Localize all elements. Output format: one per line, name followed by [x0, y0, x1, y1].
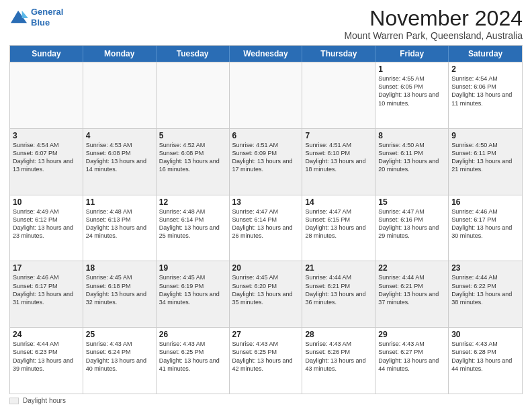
cell-text: Sunrise: 4:43 AM Sunset: 6:25 PM Dayligh…: [159, 340, 226, 373]
day-number: 20: [232, 263, 300, 273]
logo-text: General Blue: [31, 7, 63, 28]
cal-header-cell: Saturday: [449, 46, 522, 62]
day-number: 23: [451, 263, 519, 273]
cal-cell: 30Sunrise: 4:43 AM Sunset: 6:28 PM Dayli…: [449, 328, 522, 394]
cell-text: Sunrise: 4:51 AM Sunset: 6:10 PM Dayligh…: [305, 141, 372, 174]
cell-text: Sunrise: 4:43 AM Sunset: 6:28 PM Dayligh…: [451, 340, 519, 373]
day-number: 21: [305, 263, 372, 273]
title-block: November 2024 Mount Warren Park, Queensl…: [344, 7, 523, 41]
day-number: 15: [378, 197, 445, 207]
day-number: 10: [13, 197, 80, 207]
cell-text: Sunrise: 4:53 AM Sunset: 6:08 PM Dayligh…: [86, 141, 153, 174]
cal-cell: [302, 62, 375, 128]
cell-text: Sunrise: 4:54 AM Sunset: 6:07 PM Dayligh…: [13, 141, 80, 174]
cell-text: Sunrise: 4:45 AM Sunset: 6:19 PM Dayligh…: [159, 273, 226, 306]
cal-cell: 7Sunrise: 4:51 AM Sunset: 6:10 PM Daylig…: [302, 129, 375, 195]
day-number: 27: [232, 330, 300, 339]
cell-text: Sunrise: 4:44 AM Sunset: 6:22 PM Dayligh…: [451, 273, 519, 306]
day-number: 25: [86, 330, 153, 339]
calendar: SundayMondayTuesdayWednesdayThursdayFrid…: [9, 45, 523, 394]
cell-text: Sunrise: 4:54 AM Sunset: 6:06 PM Dayligh…: [451, 75, 519, 107]
day-number: 2: [451, 64, 519, 74]
day-number: 3: [13, 131, 80, 140]
location: Mount Warren Park, Queensland, Australia: [344, 30, 523, 41]
day-number: 19: [159, 263, 226, 273]
cal-cell: [230, 62, 303, 128]
day-number: 12: [159, 197, 226, 207]
day-number: 14: [305, 197, 372, 207]
logo-line2: Blue: [31, 17, 50, 28]
cal-cell: 21Sunrise: 4:44 AM Sunset: 6:21 PM Dayli…: [302, 261, 375, 327]
cell-text: Sunrise: 4:45 AM Sunset: 6:20 PM Dayligh…: [232, 273, 300, 306]
cell-text: Sunrise: 4:49 AM Sunset: 6:12 PM Dayligh…: [13, 208, 80, 240]
cal-header-cell: Sunday: [10, 46, 83, 62]
cal-cell: [157, 62, 230, 128]
day-number: 29: [378, 330, 445, 339]
cal-cell: 22Sunrise: 4:44 AM Sunset: 6:21 PM Dayli…: [375, 261, 449, 327]
cell-text: Sunrise: 4:48 AM Sunset: 6:14 PM Dayligh…: [159, 208, 226, 240]
day-number: 16: [451, 197, 519, 207]
cal-row: 1Sunrise: 4:55 AM Sunset: 6:05 PM Daylig…: [10, 62, 522, 128]
cell-text: Sunrise: 4:47 AM Sunset: 6:16 PM Dayligh…: [378, 208, 445, 240]
cell-text: Sunrise: 4:44 AM Sunset: 6:23 PM Dayligh…: [13, 340, 80, 373]
day-number: 4: [86, 131, 153, 140]
cal-cell: 5Sunrise: 4:52 AM Sunset: 6:08 PM Daylig…: [157, 129, 230, 195]
cal-cell: 24Sunrise: 4:44 AM Sunset: 6:23 PM Dayli…: [10, 328, 83, 394]
logo-icon: [9, 9, 28, 26]
day-number: 7: [305, 131, 372, 140]
day-number: 6: [232, 131, 300, 140]
calendar-body: 1Sunrise: 4:55 AM Sunset: 6:05 PM Daylig…: [10, 62, 522, 394]
cal-cell: 1Sunrise: 4:55 AM Sunset: 6:05 PM Daylig…: [375, 62, 449, 128]
cal-row: 24Sunrise: 4:44 AM Sunset: 6:23 PM Dayli…: [10, 327, 522, 394]
cal-header-cell: Monday: [83, 46, 157, 62]
cal-cell: 8Sunrise: 4:50 AM Sunset: 6:11 PM Daylig…: [375, 129, 449, 195]
cal-cell: 14Sunrise: 4:47 AM Sunset: 6:15 PM Dayli…: [302, 195, 375, 261]
month-title: November 2024: [344, 7, 523, 30]
cal-row: 10Sunrise: 4:49 AM Sunset: 6:12 PM Dayli…: [10, 195, 522, 261]
logo-line1: General: [31, 7, 63, 17]
cal-cell: 12Sunrise: 4:48 AM Sunset: 6:14 PM Dayli…: [157, 195, 230, 261]
cal-cell: 15Sunrise: 4:47 AM Sunset: 6:16 PM Dayli…: [375, 195, 449, 261]
cal-cell: 9Sunrise: 4:50 AM Sunset: 6:11 PM Daylig…: [449, 129, 522, 195]
day-number: 9: [451, 131, 519, 140]
cal-cell: 27Sunrise: 4:43 AM Sunset: 6:25 PM Dayli…: [230, 328, 303, 394]
legend-box: [9, 398, 19, 404]
cal-cell: 2Sunrise: 4:54 AM Sunset: 6:06 PM Daylig…: [449, 62, 522, 128]
cal-cell: 13Sunrise: 4:47 AM Sunset: 6:14 PM Dayli…: [230, 195, 303, 261]
header: General Blue November 2024 Mount Warren …: [9, 7, 523, 41]
cell-text: Sunrise: 4:43 AM Sunset: 6:24 PM Dayligh…: [86, 340, 153, 373]
cal-cell: 25Sunrise: 4:43 AM Sunset: 6:24 PM Dayli…: [83, 328, 157, 394]
day-number: 30: [451, 330, 519, 339]
cal-cell: 19Sunrise: 4:45 AM Sunset: 6:19 PM Dayli…: [157, 261, 230, 327]
cell-text: Sunrise: 4:55 AM Sunset: 6:05 PM Dayligh…: [378, 75, 445, 107]
day-number: 1: [378, 64, 445, 74]
legend-label: Daylight hours: [23, 397, 66, 404]
cal-cell: 26Sunrise: 4:43 AM Sunset: 6:25 PM Dayli…: [157, 328, 230, 394]
cell-text: Sunrise: 4:52 AM Sunset: 6:08 PM Dayligh…: [159, 141, 226, 174]
cell-text: Sunrise: 4:47 AM Sunset: 6:14 PM Dayligh…: [232, 208, 300, 240]
day-number: 17: [13, 263, 80, 273]
legend: Daylight hours: [9, 397, 523, 404]
cal-cell: 10Sunrise: 4:49 AM Sunset: 6:12 PM Dayli…: [10, 195, 83, 261]
page: General Blue November 2024 Mount Warren …: [0, 0, 532, 411]
cell-text: Sunrise: 4:46 AM Sunset: 6:17 PM Dayligh…: [13, 273, 80, 306]
day-number: 13: [232, 197, 300, 207]
cell-text: Sunrise: 4:46 AM Sunset: 6:17 PM Dayligh…: [451, 208, 519, 240]
cal-row: 3Sunrise: 4:54 AM Sunset: 6:07 PM Daylig…: [10, 128, 522, 195]
cell-text: Sunrise: 4:44 AM Sunset: 6:21 PM Dayligh…: [305, 273, 372, 306]
cal-cell: 3Sunrise: 4:54 AM Sunset: 6:07 PM Daylig…: [10, 129, 83, 195]
day-number: 26: [159, 330, 226, 339]
cal-cell: 20Sunrise: 4:45 AM Sunset: 6:20 PM Dayli…: [230, 261, 303, 327]
cell-text: Sunrise: 4:43 AM Sunset: 6:26 PM Dayligh…: [305, 340, 372, 373]
day-number: 24: [13, 330, 80, 339]
cal-cell: 16Sunrise: 4:46 AM Sunset: 6:17 PM Dayli…: [449, 195, 522, 261]
cal-header-cell: Tuesday: [157, 46, 230, 62]
logo: General Blue: [9, 7, 63, 28]
cal-header-cell: Friday: [375, 46, 449, 62]
cell-text: Sunrise: 4:47 AM Sunset: 6:15 PM Dayligh…: [305, 208, 372, 240]
cal-cell: [10, 62, 83, 128]
cal-cell: 18Sunrise: 4:45 AM Sunset: 6:18 PM Dayli…: [83, 261, 157, 327]
day-number: 8: [378, 131, 445, 140]
cell-text: Sunrise: 4:43 AM Sunset: 6:27 PM Dayligh…: [378, 340, 445, 373]
cal-cell: [83, 62, 157, 128]
